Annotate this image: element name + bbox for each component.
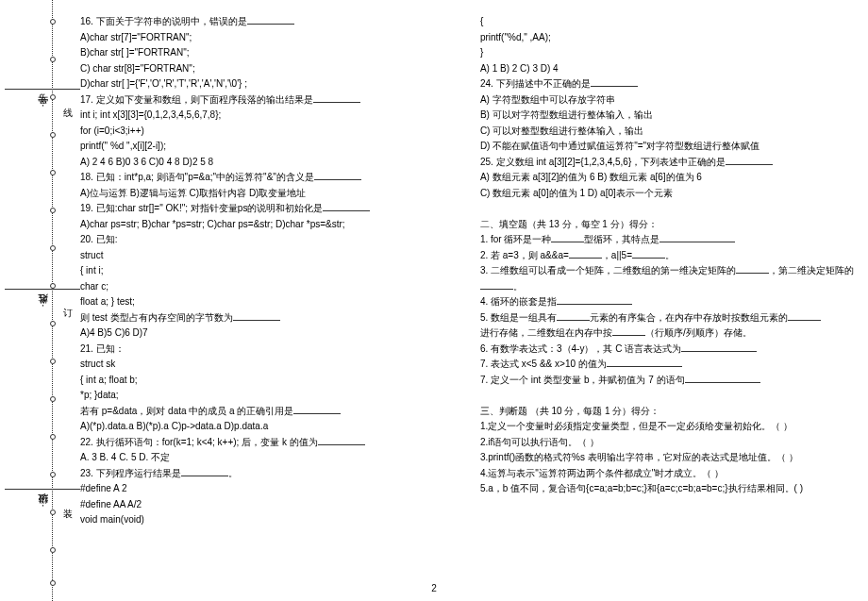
right-column: { printf("%d," ,AA); } A) 1 B) 2 C) 3 D)…	[480, 14, 854, 582]
page-number: 2	[431, 583, 437, 593]
binding-labels: 线 订 装	[61, 0, 73, 601]
binding-dotted-line	[52, 0, 53, 601]
left-column: 16. 下面关于字符串的说明中，错误的是 A)char str[7]="FORT…	[80, 14, 424, 582]
